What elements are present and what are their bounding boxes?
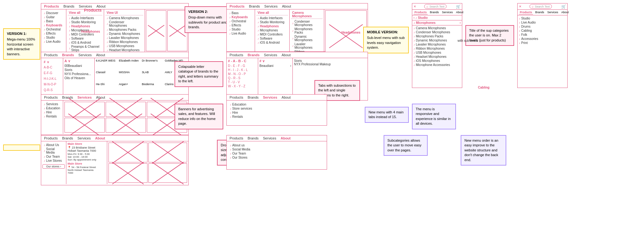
v1-about-annotation: [3, 144, 40, 151]
v1-srv-banner5: [106, 118, 146, 133]
sublevel-annotation: with sub levels: [458, 39, 478, 42]
v1-cam-mics: View UI: [105, 10, 143, 15]
headphones-label-v1: Headphones: [81, 30, 100, 33]
mobile-close[interactable]: ✕: [414, 5, 416, 8]
v1-cam-mics-list: Camera Microphones Condenser Microphones…: [105, 15, 143, 53]
v2-services-list: Education Store services Hire Rentals: [229, 102, 325, 119]
responsive-annotation: The menu is responsive and experience is…: [412, 104, 456, 129]
v2-about-wireframe: Products Brands Services About About us …: [226, 135, 327, 170]
mobile-search-icon: ⌕: [426, 5, 428, 8]
v2-nav-services[interactable]: Services: [264, 4, 279, 8]
v1-about-list: About Us Social Media Our Team Live Stor…: [42, 142, 65, 163]
v1-services-wireframe: Products Brands Services About Services …: [41, 94, 189, 135]
v1-srv-banner4: [64, 118, 105, 133]
mobile-desc: Sub-level menu with sub levels easy navi…: [367, 36, 405, 49]
v2-desc: Drop-down menu with sublevels for produc…: [188, 15, 227, 29]
subcats-annotation: Subcategories allows the user to move ea…: [384, 135, 428, 156]
mobile-wireframe: ✕ ⌕ Search Text 🛒 Products Brands Servic…: [412, 3, 462, 88]
mobile2-search-text: Search Text: [535, 5, 550, 8]
mobile-breadcrumb: ‹ ♪ Studio: [412, 15, 462, 20]
v2-products-wireframe: Products Brands Services About Bass Keyb…: [226, 3, 368, 52]
mobile2-search-icon: ⌕: [532, 5, 534, 8]
cabling-label: Cabling: [478, 86, 490, 89]
mobile2-studio-list: Studio Live Audio Drums Cabling Folk Acc…: [518, 15, 567, 46]
mobile2-cart-icon[interactable]: 🛒: [561, 4, 566, 9]
mobile-wireframe-2: ✕ ⌕ Search Text 🛒 Products Brands Servic…: [517, 3, 568, 88]
v1a-nav: Products Brands Services About: [41, 135, 188, 141]
new-menu-annotation: New menu with 4 main tabs instead of 15.: [365, 107, 409, 123]
nav-products[interactable]: Products: [43, 4, 60, 8]
v2a-nav: Products Brands Services About: [227, 135, 327, 141]
v2-right-menu: Audio Interfaces Studio Monitoring Headp…: [256, 15, 288, 45]
v1-left-menu: Discover Guitar Bass Keyboards Orchestra…: [42, 10, 65, 44]
sublevel-text: with sub levels: [458, 39, 478, 42]
our-stores-btn[interactable]: Our stores ›: [42, 164, 65, 169]
v2-nav-bar: Products Brands Services About: [227, 3, 368, 9]
v1b-nav: Products Brands Services About: [41, 52, 188, 58]
mobile-annotation: MOBILE VERSION: Sub-level menu with sub …: [363, 27, 409, 53]
v1-nav-bar: Products Brands Services About: [41, 3, 188, 9]
v1s-nav: Products Brands Services About: [41, 95, 188, 101]
v2-services-wireframe: Products Brands Services About Education…: [226, 94, 327, 126]
v1-about-banner2: [148, 143, 187, 162]
title-sup-annotation: Title of the sup categories the user is …: [465, 25, 514, 46]
mobile-cart-icon[interactable]: 🛒: [456, 4, 461, 9]
v1-annotation: VERSION 1: Mega-menu 100% horizontal scr…: [3, 28, 40, 60]
subcats-text: Subcategories allows the user to move ea…: [387, 139, 421, 152]
headphones-label-v2: Headphones: [341, 31, 360, 34]
v1-about-banner4: [148, 163, 187, 183]
v2-nav-products[interactable]: Products: [229, 4, 246, 8]
v1-about-wireframe: Products Brands Services About About Us …: [41, 135, 189, 185]
v2b-nav: Products Brands Services About: [227, 52, 368, 58]
v1-submenu: Audio Interfaces Studio Monitoring Headp…: [68, 15, 103, 53]
new-order-annotation: New menu order is an easy improve to the…: [461, 135, 506, 166]
v1-about-banner1: [108, 143, 147, 162]
mobile-nav-bar: Products Brands Services About: [412, 10, 462, 15]
collapse-brands-annotation: Colapsable letter catalogue of brands to…: [175, 61, 223, 87]
v2s-nav: Products Brands Services About: [227, 95, 327, 101]
mobile-sub-heading: ♪ Microphones›: [412, 20, 462, 25]
new-order-text: New menu order is an easy improve to the…: [464, 139, 498, 162]
responsive-text: The menu is responsive and experience is…: [416, 107, 451, 125]
products-main-label: Products: [84, 8, 102, 13]
mobile2-close[interactable]: ✕: [519, 5, 521, 8]
v1-brands-wireframe: Products Brands Services About # ∨ A-B-C…: [41, 52, 189, 96]
mobile2-search[interactable]: ⌕ Search Text: [530, 4, 552, 9]
v1-desc: Mega-menu 100% horizontal screen with in…: [7, 37, 35, 56]
collapse-text: Colapsable letter catalogue of brands to…: [178, 65, 218, 83]
v2-left-menu: Bass Keyboards Orchestral Effects Studio…: [228, 10, 253, 36]
mobile-search-text: Search Text: [430, 5, 444, 8]
banners-annotation: Banners for advertising sales, and featu…: [175, 104, 223, 129]
store1-title: Main Store: [68, 142, 106, 145]
new-menu-text: New menu with 4 main tabs instead of 15.: [369, 110, 403, 119]
v1-about-banner3: [108, 163, 147, 183]
store2-title: Main Store: [68, 162, 106, 165]
nav-brands[interactable]: Brands: [63, 4, 75, 8]
v2-nav-about[interactable]: About: [281, 4, 292, 8]
mobile-label: MOBILE VERSION:: [367, 30, 405, 35]
v2-nav-brands[interactable]: Brands: [248, 4, 261, 8]
mobile2-nav: Products Brands Services About: [518, 10, 567, 15]
v2-label: VERSION 2:: [188, 9, 231, 14]
banners-text: Banners for advertising sales, and featu…: [178, 107, 216, 125]
v1-services-list: Services Education Hire Rentals: [42, 101, 62, 119]
mobile-search[interactable]: ⌕ Search Text: [424, 4, 447, 9]
v1-products-wireframe: Products Brands Services About Discover …: [41, 3, 189, 53]
v2-about-list: About us Social Media Our Team Our Store…: [229, 143, 325, 160]
v1-banner-1: [146, 10, 166, 51]
v1-label: VERSION 1:: [7, 31, 36, 36]
mobile-mic-list: Camera Microphones Condenser Microphones…: [412, 25, 462, 68]
